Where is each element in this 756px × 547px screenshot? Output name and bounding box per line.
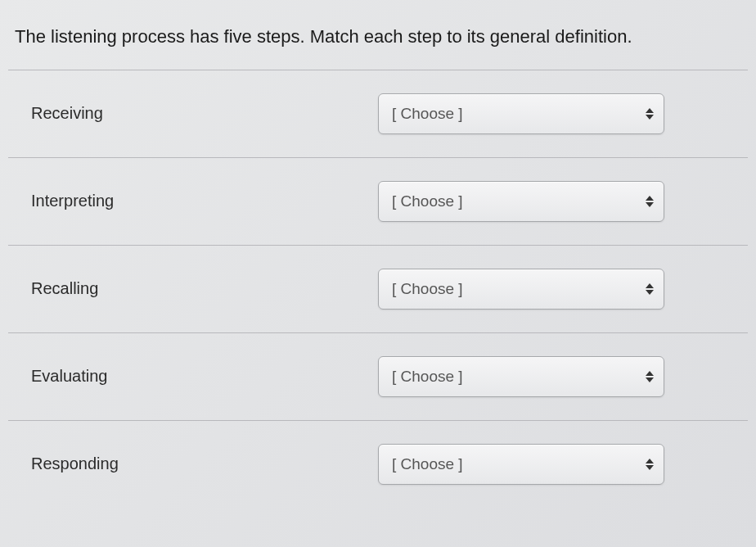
choose-dropdown-receiving[interactable]: [ Choose ] — [378, 93, 664, 134]
svg-marker-4 — [646, 283, 654, 288]
match-row: Evaluating [ Choose ] — [8, 332, 748, 420]
choose-dropdown-recalling[interactable]: [ Choose ] — [378, 269, 664, 310]
dropdown-placeholder: [ Choose ] — [392, 368, 463, 386]
updown-arrows-icon — [646, 459, 654, 470]
match-label-evaluating: Evaluating — [8, 367, 378, 386]
match-label-recalling: Recalling — [8, 279, 378, 298]
question-text: The listening process has five steps. Ma… — [8, 16, 748, 70]
select-wrap: [ Choose ] — [378, 444, 733, 485]
updown-arrows-icon — [646, 108, 654, 120]
svg-marker-6 — [646, 371, 654, 376]
svg-marker-3 — [646, 202, 654, 207]
svg-marker-2 — [646, 196, 654, 201]
match-row: Recalling [ Choose ] — [8, 245, 748, 332]
svg-marker-8 — [646, 459, 654, 463]
select-wrap: [ Choose ] — [378, 93, 733, 134]
dropdown-placeholder: [ Choose ] — [392, 105, 463, 123]
svg-marker-0 — [646, 108, 654, 113]
updown-arrows-icon — [646, 371, 654, 382]
svg-marker-1 — [646, 115, 654, 120]
dropdown-placeholder: [ Choose ] — [392, 455, 463, 473]
svg-marker-9 — [646, 465, 654, 470]
select-wrap: [ Choose ] — [378, 269, 733, 310]
match-label-interpreting: Interpreting — [8, 192, 378, 210]
dropdown-placeholder: [ Choose ] — [392, 192, 463, 210]
question-container: The listening process has five steps. Ma… — [0, 0, 756, 508]
choose-dropdown-evaluating[interactable]: [ Choose ] — [378, 356, 664, 397]
dropdown-placeholder: [ Choose ] — [392, 280, 463, 298]
updown-arrows-icon — [646, 283, 654, 295]
updown-arrows-icon — [646, 196, 654, 207]
select-wrap: [ Choose ] — [378, 356, 733, 397]
match-row: Receiving [ Choose ] — [8, 70, 748, 157]
match-label-responding: Responding — [8, 454, 378, 473]
svg-marker-5 — [646, 290, 654, 295]
match-label-receiving: Receiving — [8, 104, 378, 123]
choose-dropdown-interpreting[interactable]: [ Choose ] — [378, 181, 664, 222]
match-row: Interpreting [ Choose ] — [8, 157, 748, 245]
svg-marker-7 — [646, 377, 654, 382]
select-wrap: [ Choose ] — [378, 181, 733, 222]
choose-dropdown-responding[interactable]: [ Choose ] — [378, 444, 664, 485]
match-row: Responding [ Choose ] — [8, 420, 748, 508]
